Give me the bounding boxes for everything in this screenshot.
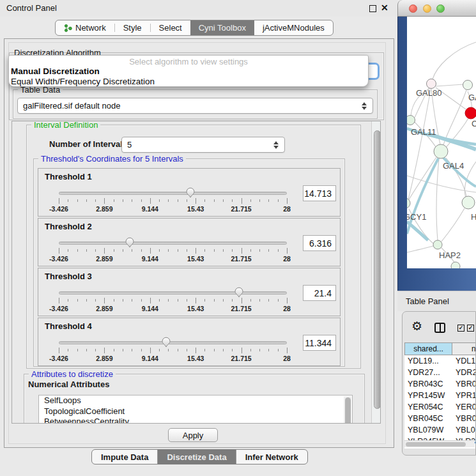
dropdown-option-manual[interactable]: Manual Discretization [9,66,368,77]
column-header-shared-name[interactable]: shared... [404,343,452,355]
tick-mark [114,349,114,351]
slider-thumb[interactable] [234,287,244,298]
tick-mark [214,199,215,202]
tick-mark [77,349,78,351]
control-panel-title: Control Panel [6,3,57,13]
tick-mark [141,349,142,351]
tick-mark [123,349,123,351]
attribute-item[interactable]: SelfLoops [39,395,352,406]
threshold-value-field[interactable]: 21.4 [303,285,336,301]
slider-thumb[interactable] [185,187,196,199]
tick-mark [250,299,251,302]
zoom-traffic-light-icon[interactable] [436,4,445,13]
network-node-gal4[interactable] [434,144,448,158]
cell-shared-name: YDR27... [404,367,452,378]
table-row[interactable]: YPR145WYPR1 [404,390,476,401]
network-node-hap2[interactable] [433,240,442,249]
attribute-item[interactable]: BetweennessCentrality [39,417,352,424]
table-row[interactable]: YER054CYER0 [404,401,476,413]
list-scrollbar-thumb[interactable] [345,397,351,424]
network-canvas[interactable]: GAL80 GA C GAL11 GAL4 GCY1 H HAP2 [407,17,476,268]
slider-tick-labels: -3.4262.8599.14415.4321.71528 [59,205,287,213]
minimize-traffic-light-icon[interactable] [423,4,431,13]
close-traffic-light-icon[interactable] [409,4,417,13]
slider-ticks [59,348,287,354]
gear-icon[interactable]: ⚙ [411,320,422,332]
tick-label: 2.859 [96,205,112,213]
checkbox-icon[interactable]: ✓ [457,325,464,332]
threshold-panel: Threshold 2 -3.4262.8599.14415.4321.7152… [38,218,341,266]
numerical-attributes-list[interactable]: SelfLoopsTopologicalCoefficientBetweenne… [38,395,353,424]
checkbox-icon[interactable]: ✓ [467,325,474,332]
network-node[interactable] [462,196,475,209]
list-scrollbar[interactable] [344,396,351,424]
tab-style[interactable]: Style [115,20,150,35]
network-window-titlebar[interactable] [397,0,476,17]
slider-thumb[interactable] [125,237,135,249]
tick-mark [242,198,242,204]
node-label-gal11: GAL11 [411,127,436,137]
apply-button[interactable]: Apply [168,428,218,442]
table-data-combobox[interactable]: galFiltered.sif default node [17,98,373,114]
table-horizontal-scrollbar[interactable] [404,440,475,447]
table-row[interactable]: YIL052CYIL0 [404,447,476,449]
control-panel-tabs: Network Style Select Cyni Toolbox jActiv… [55,20,334,36]
tick-mark [268,349,269,351]
settings-scrollbar[interactable] [371,121,381,424]
table-row[interactable]: YDL19...YDL1 [404,355,476,367]
table-row[interactable]: YBR045CYBR0 [404,413,476,424]
cell-name: YIL0 [452,447,476,449]
tab-jactivemnodules[interactable]: jActiveMNodules [254,20,333,35]
settings-scrollbar-thumb[interactable] [374,130,381,409]
tick-mark [159,199,160,202]
table-rows: YDL19...YDL1YDR27...YDR2YBR043CYBR0YPR14… [404,355,476,449]
tick-mark [242,298,242,303]
tab-infer-network[interactable]: Infer Network [236,450,307,464]
tick-mark [123,249,123,252]
cell-shared-name: YDL19... [404,355,452,367]
tab-network[interactable]: Network [56,20,114,35]
tab-cyni-toolbox-label: Cyni Toolbox [199,23,246,33]
network-node-gal80[interactable] [427,79,436,89]
table-hscrollbar-thumb[interactable] [406,442,466,447]
network-node-selected-red[interactable] [465,107,476,119]
threshold-value-field[interactable]: 6.316 [303,235,336,251]
tick-mark [132,299,132,302]
number-of-intervals-combobox[interactable]: 5 [121,137,285,153]
tick-mark [150,298,151,303]
tick-label: 21.715 [231,255,252,263]
threshold-value-field[interactable]: 11.344 [303,335,336,351]
tick-mark [59,298,59,303]
tick-mark [287,198,288,204]
tick-mark [178,199,178,202]
network-node[interactable] [451,262,460,268]
tab-select[interactable]: Select [151,20,190,35]
network-node[interactable] [463,81,473,90]
tick-mark [250,349,251,351]
cell-shared-name: YER054C [404,401,452,413]
network-node-gcy1[interactable] [407,198,410,208]
table-row[interactable]: YDR27...YDR2 [404,367,476,378]
tab-discretize-data[interactable]: Discretize Data [157,450,235,464]
attribute-item[interactable]: TopologicalCoefficient [39,406,352,417]
tick-mark [268,299,269,302]
close-icon[interactable]: ✕ [381,3,388,13]
slider-ticks [59,198,287,204]
network-node-gal11[interactable] [407,116,415,125]
columns-icon[interactable] [434,323,445,333]
float-window-icon[interactable] [369,5,376,12]
tick-mark [77,249,78,252]
slider-thumb[interactable] [161,337,171,348]
dropdown-option-equal-width[interactable]: Equal Width/Frequency Discretization [9,77,368,87]
threshold-value-field[interactable]: 14.713 [303,185,336,201]
column-header-name[interactable]: n [452,343,476,355]
table-row[interactable]: YBL079WYBL0 [404,424,476,436]
screen: Control Panel ✕ Network Style Select Cyn… [0,0,476,476]
tick-mark [59,248,59,254]
table-row[interactable]: YBR043CYBR0 [404,378,476,390]
cell-shared-name: YIL052C [404,447,452,449]
tab-impute-data[interactable]: Impute Data [92,450,157,464]
tick-mark [196,298,196,303]
tab-cyni-toolbox[interactable]: Cyni Toolbox [190,20,254,35]
threshold-label: Threshold 3 [45,272,92,281]
